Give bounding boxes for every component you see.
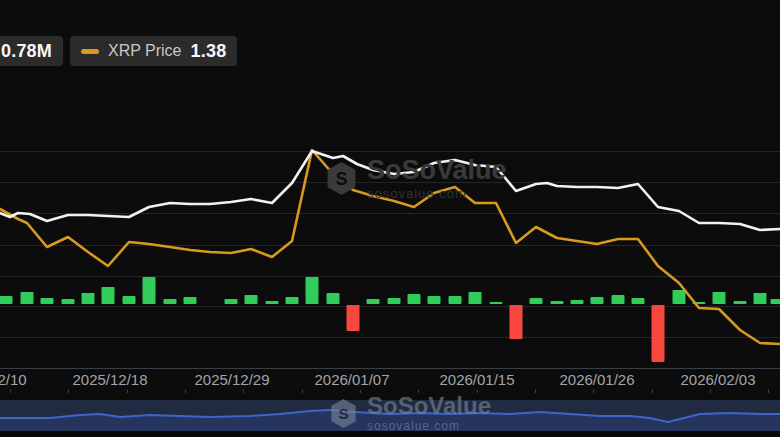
navigator-lower-strip	[0, 431, 780, 437]
flow-bar-positive[interactable]	[754, 293, 767, 304]
flow-bar-positive[interactable]	[551, 301, 564, 304]
flow-bar-positive[interactable]	[62, 299, 75, 304]
flow-bar-positive[interactable]	[286, 297, 299, 304]
flow-bar-positive[interactable]	[408, 294, 421, 304]
flow-bar-positive[interactable]	[367, 299, 380, 304]
flow-bar-positive[interactable]	[143, 277, 156, 304]
daily-flow-bars[interactable]	[0, 277, 780, 362]
flow-bar-positive[interactable]	[123, 296, 136, 304]
flow-bar-positive[interactable]	[225, 299, 238, 304]
xrp-series-dash-icon	[81, 49, 99, 54]
white-series-line[interactable]	[0, 151, 780, 230]
flow-bar-negative[interactable]	[652, 305, 665, 362]
x-axis-label: 2026/01/26	[559, 371, 634, 388]
flow-bar-positive[interactable]	[771, 299, 780, 304]
legend-value: 0.78M	[1, 41, 52, 62]
flow-bar-positive[interactable]	[612, 295, 625, 304]
flow-bar-positive[interactable]	[327, 293, 340, 304]
flow-bar-negative[interactable]	[510, 305, 523, 339]
flow-bar-positive[interactable]	[184, 297, 197, 304]
flow-bar-positive[interactable]	[102, 287, 115, 304]
x-axis-label: 2/10	[0, 371, 27, 388]
x-axis-label: 2026/02/03	[680, 371, 755, 388]
flow-bar-positive[interactable]	[469, 292, 482, 304]
flow-bar-positive[interactable]	[571, 300, 584, 304]
flow-bar-positive[interactable]	[306, 277, 319, 304]
flow-bar-negative[interactable]	[347, 305, 360, 331]
legend-chip-truncated[interactable]: 0.78M	[0, 36, 63, 66]
flow-bar-positive[interactable]	[82, 293, 95, 304]
legend-chip-xrp-price[interactable]: XRP Price 1.38	[70, 36, 237, 66]
flow-bar-positive[interactable]	[388, 298, 401, 304]
flow-bar-positive[interactable]	[164, 299, 177, 304]
flow-bar-positive[interactable]	[428, 296, 441, 304]
flow-bar-positive[interactable]	[713, 292, 726, 304]
x-axis-label: 2025/12/29	[194, 371, 269, 388]
flow-bar-positive[interactable]	[530, 298, 543, 304]
flow-bar-positive[interactable]	[0, 296, 13, 304]
flow-bar-positive[interactable]	[449, 296, 462, 304]
legend-label: XRP Price	[108, 42, 182, 60]
flow-bar-positive[interactable]	[41, 298, 54, 304]
flow-bar-positive[interactable]	[245, 295, 258, 304]
flow-bar-positive[interactable]	[21, 292, 34, 304]
legend-value: 1.38	[191, 41, 227, 62]
x-axis-label: 2026/01/15	[439, 371, 514, 388]
x-axis-label: 2025/12/18	[72, 371, 147, 388]
flow-bar-positive[interactable]	[632, 298, 645, 304]
x-axis-label: 2026/01/07	[314, 371, 389, 388]
flow-bar-positive[interactable]	[673, 290, 686, 304]
flow-bar-positive[interactable]	[591, 297, 604, 304]
flow-bar-positive[interactable]	[490, 302, 503, 304]
chart-navigator[interactable]	[0, 400, 780, 437]
flow-bar-positive[interactable]	[266, 301, 279, 304]
axis-minor-ticks	[11, 390, 769, 394]
flow-bar-positive[interactable]	[734, 301, 747, 304]
